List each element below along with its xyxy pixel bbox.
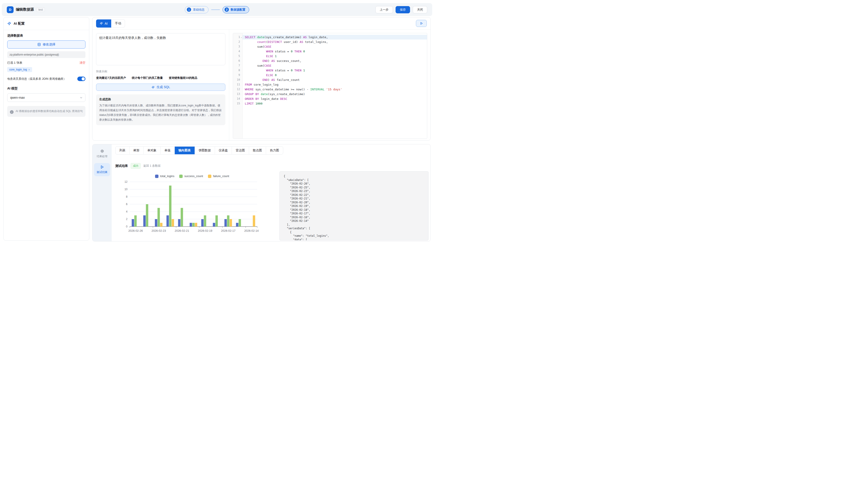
side-item-result-processing[interactable]: 结果处理 [94,147,110,160]
tab-list[interactable]: 列表 [116,147,129,154]
tab-gauge[interactable]: 仪表盘 [215,147,232,154]
save-button[interactable]: 保存 [396,6,410,13]
idea-text: 为了统计最近15天内每天的登录人数、成功数和失败数，我们需要从core_logi… [99,103,222,122]
legend-item[interactable]: total_logins [155,174,174,178]
test-result-title: 测试结果 [115,164,128,168]
sql-editor[interactable]: 1⌄23456789101112131415 SELECT date(sys_c… [233,33,427,139]
tab-axis-chart[interactable]: 轴向图表 [175,147,195,154]
sparkle-icon [151,86,155,89]
prompt-input[interactable]: 统计最近15天的每天登录人数，成功数，失败数 [96,33,225,65]
prompt-column: 统计最近15天的每天登录人数，成功数，失败数 快速示例: 查询最近7天的活跃用户… [92,30,229,140]
tab-pie-data[interactable]: 饼图数据 [195,147,215,154]
gear-icon [100,149,104,153]
sidebar-body: 选择数据表 修改选择 zq-platform-enterprise.public… [4,30,89,120]
idea-title: 生成思路 [99,97,222,101]
model-section-label: AI 模型 [7,87,86,91]
svg-text:2026-02-19: 2026-02-19 [198,229,212,232]
edit-datasource-page: D 编辑数据源 test 1 基础信息 2 数据源配置 上一步 保存 关闭 [0,0,434,244]
result-view-tabs: 列表 树形 单对象 单值 轴向图表 饼图数据 仪表盘 雷达图 散点图 热力图 [115,147,283,155]
tab-radar[interactable]: 雷达图 [232,147,249,154]
step-number: 1 [187,7,191,12]
ai-config-sidebar: AI 配置 选择数据表 修改选择 zq-platform-enterprise.… [3,17,89,240]
ai-hint-text: AI 将根据你的需求和数据库结构自动生成 SQL 查询语句 [16,109,83,114]
mode-tab-row: AI 手动 [92,18,430,30]
header-left: D 编辑数据源 test [7,6,45,13]
legend-label: success_count [184,174,203,178]
quick-example-link[interactable]: 查询销售额前10的商品 [168,76,197,80]
database-icon [37,43,41,46]
table-tag-label: core_login_log [9,68,27,71]
selected-tables-row: 已选 1 张表 清空 [7,61,86,65]
step-label: 数据源配置 [231,8,246,12]
svg-text:2: 2 [126,218,127,221]
side-item-test-result[interactable]: 测试结果 [94,163,110,176]
tab-ai-label: AI [105,22,107,25]
model-select[interactable]: qwen-max [7,93,86,102]
legend-item[interactable]: success_count [179,174,203,178]
sql-editor-gutter: 1⌄23456789101112131415 [233,33,243,138]
legend-item[interactable]: failure_count [208,174,229,178]
datasource-name-badge: test [36,7,45,12]
json-result-text: { "xAxisData": [ "2026-02-26", "2026-02-… [284,174,424,240]
toggle-knob [82,77,85,80]
sparkle-icon [100,22,103,25]
bar-chart-canvas: 0246810122026-02-262026-02-232026-02-212… [115,179,269,236]
legend-swatch [208,174,211,178]
tab-tree[interactable]: 树形 [129,147,143,154]
relation-toggle-label: 包含表关系信息（提高多表 JOIN 查询准确度） [7,77,66,81]
sidebar-header: AI 配置 [4,18,89,30]
tab-manual-mode[interactable]: 手动 [111,20,125,28]
remove-table-icon[interactable]: × [28,68,30,71]
modify-selection-button[interactable]: 修改选择 [7,40,86,48]
sql-code[interactable]: SELECT date(sys_create_datetime) AS logi… [243,33,427,138]
svg-text:8: 8 [126,195,127,198]
generate-sql-button[interactable]: 生成 SQL [96,84,225,91]
svg-text:12: 12 [125,180,128,184]
side-item-label: 结果处理 [97,155,107,158]
app-logo: D [7,6,13,13]
model-select-value: qwen-max [10,96,25,99]
ai-hint-box: i AI 将根据你的需求和数据库结构自动生成 SQL 查询语句 [7,106,86,117]
table-tag[interactable]: core_login_log × [7,67,32,72]
step-basic-info[interactable]: 1 基础信息 [185,6,209,13]
tab-single-value[interactable]: 单值 [160,147,175,154]
close-button[interactable]: 关闭 [413,6,427,13]
svg-text:2026-02-26: 2026-02-26 [128,229,143,232]
tab-ai-mode[interactable]: AI [96,20,111,28]
tab-single-object[interactable]: 单对象 [143,147,160,154]
quick-example-link[interactable]: 统计每个部门的员工数量 [132,76,163,80]
chart-legend: total_loginssuccess_countfailure_count [115,174,269,179]
test-result-row: 测试结果 成功 返回 1 条数据 [115,163,427,169]
clear-selection-link[interactable]: 清空 [80,61,86,65]
side-item-label: 测试结果 [97,170,107,174]
step-datasource-config[interactable]: 2 数据源配置 [223,6,249,13]
test-results-card: 结果处理 测试结果 列表 树形 单对象 单值 轴向图表 饼图数据 仪表盘 雷达图… [92,144,431,241]
step-number: 2 [225,7,229,12]
status-badge: 成功 [131,163,141,169]
step-indicator: 1 基础信息 2 数据源配置 [185,6,249,13]
quick-examples: 查询最近7天的活跃用户 统计每个部门的员工数量 查询销售额前10的商品 [96,76,225,80]
legend-label: total_logins [160,174,174,178]
step-label: 基础信息 [193,8,205,12]
generation-idea-box: 生成思路 为了统计最近15天内每天的登录人数、成功数和失败数，我们需要从core… [96,94,225,125]
relation-toggle[interactable] [77,76,86,81]
relation-toggle-row: 包含表关系信息（提高多表 JOIN 查询准确度） [7,76,86,81]
svg-text:6: 6 [126,203,127,206]
sparkle-icon [7,22,11,26]
tab-scatter[interactable]: 散点图 [249,147,266,154]
svg-text:2026-02-14: 2026-02-14 [244,229,258,232]
bar-chart: total_loginssuccess_countfailure_count 0… [115,174,269,236]
svg-text:2026-02-21: 2026-02-21 [175,229,189,232]
header: D 编辑数据源 test 1 基础信息 2 数据源配置 上一步 保存 关闭 [2,3,432,16]
svg-text:10: 10 [125,188,128,191]
chevron-down-icon [80,96,83,99]
json-result-panel[interactable]: { "xAxisData": [ "2026-02-26", "2026-02-… [279,171,429,240]
run-sql-button[interactable] [416,20,427,27]
prev-step-button[interactable]: 上一步 [375,6,393,13]
info-icon: i [10,110,13,114]
quick-example-link[interactable]: 查询最近7天的活跃用户 [96,76,126,80]
tab-heatmap[interactable]: 热力图 [266,147,283,154]
table-section-label: 选择数据表 [7,34,86,38]
mode-tabs: AI 手动 [96,20,125,28]
result-count-text: 返回 1 条数据 [143,164,160,168]
